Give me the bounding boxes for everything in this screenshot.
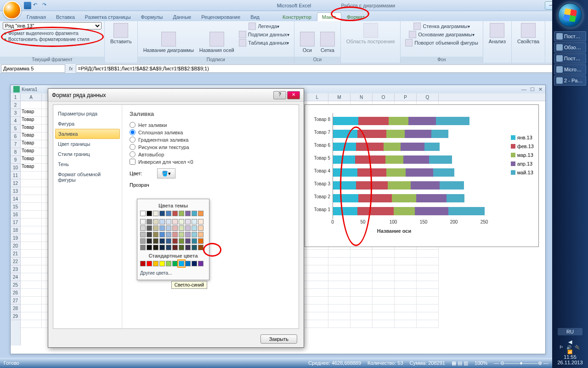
bar-segment[interactable] — [333, 194, 358, 202]
dialog-nav-item[interactable]: Заливка — [55, 129, 120, 139]
chart-object[interactable]: Товар 8Товар 7Товар 6Товар 5Товар 4Товар… — [305, 104, 539, 247]
color-swatch[interactable] — [147, 225, 152, 231]
bar-segment[interactable] — [448, 207, 485, 215]
color-swatch[interactable] — [166, 225, 171, 231]
color-swatch[interactable] — [192, 225, 197, 231]
color-swatch[interactable] — [140, 232, 146, 237]
color-swatch[interactable] — [140, 219, 146, 224]
bar-segment[interactable] — [357, 168, 386, 177]
color-swatch[interactable] — [166, 238, 171, 244]
bar-segment[interactable] — [358, 117, 389, 125]
color-swatch[interactable] — [147, 238, 152, 244]
bar-segment[interactable] — [357, 207, 394, 215]
dialog-nav-item[interactable]: Тень — [53, 159, 122, 169]
color-swatch[interactable] — [192, 245, 197, 250]
tab-review[interactable]: Рецензирование — [197, 13, 245, 21]
bar-segment[interactable] — [333, 207, 357, 215]
taskbar-item[interactable]: Пост… — [554, 53, 586, 63]
color-swatch[interactable] — [172, 225, 178, 231]
color-swatch[interactable] — [185, 225, 191, 231]
color-swatch[interactable] — [179, 232, 184, 237]
color-swatch[interactable] — [185, 245, 191, 250]
bar-segment[interactable] — [356, 181, 388, 190]
bar-segment[interactable] — [394, 207, 415, 215]
color-swatch[interactable] — [172, 238, 178, 244]
bar-segment[interactable] — [389, 117, 408, 125]
format-selection-button[interactable]: Формат выделенного фрагмента — [3, 30, 102, 36]
doc-minimize[interactable]: — — [521, 86, 526, 92]
bar-segment[interactable] — [386, 168, 406, 177]
view-buttons[interactable]: ▦ ▤ ▥ — [452, 360, 468, 366]
color-swatch[interactable] — [172, 245, 178, 250]
office-button[interactable] — [3, 1, 21, 19]
x-axis-title[interactable]: Название оси — [305, 228, 483, 234]
color-swatch[interactable] — [153, 261, 158, 266]
bar-segment[interactable] — [356, 143, 383, 151]
color-swatch[interactable] — [159, 219, 165, 224]
start-button[interactable] — [558, 3, 582, 28]
fill-radio[interactable]: Нет заливки — [130, 122, 291, 128]
bar-segment[interactable] — [433, 168, 454, 177]
tab-design[interactable]: Конструктор — [278, 13, 316, 21]
bar-segment[interactable] — [436, 117, 469, 125]
bar-segment[interactable] — [386, 130, 405, 138]
plot-area[interactable]: Товар 8Товар 7Товар 6Товар 5Товар 4Товар… — [333, 113, 484, 219]
bar-segment[interactable] — [416, 194, 447, 202]
color-dropdown-button[interactable]: 🪣 ▾ — [157, 168, 175, 178]
analysis-button[interactable]: Анализ — [486, 22, 509, 45]
color-swatch[interactable] — [179, 219, 184, 224]
color-swatch[interactable] — [159, 261, 165, 266]
color-swatch[interactable] — [179, 211, 184, 216]
taskbar-item[interactable]: Micro… — [554, 64, 586, 75]
fx-icon[interactable]: fx — [66, 66, 76, 71]
color-swatch[interactable] — [147, 245, 152, 250]
formula-input[interactable] — [76, 64, 588, 73]
bar-segment[interactable] — [333, 130, 357, 138]
color-swatch[interactable] — [153, 238, 158, 244]
bar-segment[interactable] — [447, 194, 465, 202]
zoom-slider[interactable]: — ⊖———●———⊕ — — [494, 360, 548, 366]
save-icon[interactable] — [24, 2, 31, 9]
3d-rotation-button[interactable]: Поворот объемной фигуры — [403, 39, 480, 47]
legend-item[interactable]: мар.13 — [511, 151, 534, 159]
bar-segment[interactable] — [355, 155, 385, 164]
color-swatch[interactable] — [198, 261, 204, 266]
color-swatch[interactable] — [198, 211, 204, 216]
color-swatch[interactable] — [159, 238, 165, 244]
color-swatch[interactable] — [159, 211, 165, 216]
bar-segment[interactable] — [333, 117, 358, 125]
color-swatch[interactable] — [153, 232, 158, 237]
doc-maximize[interactable]: ☐ — [530, 86, 535, 92]
chart-title-button[interactable]: Название диаграммы — [141, 22, 197, 62]
close-button[interactable]: Закрыть — [260, 334, 297, 344]
bar-segment[interactable] — [440, 181, 464, 190]
color-swatch[interactable] — [192, 238, 197, 244]
dialog-nav-item[interactable]: Параметры ряда — [53, 109, 122, 119]
dialog-nav-item[interactable]: Стили границ — [53, 149, 122, 159]
bar-segment[interactable] — [385, 155, 404, 164]
signal-icon[interactable]: 📶 — [553, 350, 587, 354]
tab-page-layout[interactable]: Разметка страницы — [80, 13, 136, 21]
dialog-titlebar[interactable]: Формат ряда данных ? ✕ — [48, 89, 304, 102]
taskbar-item[interactable]: Пост… — [554, 31, 586, 41]
color-swatch[interactable] — [172, 219, 178, 224]
color-swatch[interactable] — [198, 238, 204, 244]
legend[interactable]: янв.13фев.13мар.13апр.13май.13 — [511, 132, 534, 178]
dialog-nav-item[interactable]: Фигура — [53, 119, 122, 129]
bar-segment[interactable] — [403, 155, 429, 164]
color-swatch[interactable] — [179, 261, 184, 266]
zoom-level[interactable]: 100% — [475, 360, 487, 366]
color-swatch[interactable] — [159, 225, 165, 231]
color-swatch[interactable] — [147, 232, 152, 237]
axes-button[interactable]: Оси — [297, 22, 317, 62]
insert-button[interactable]: Вставить — [107, 22, 135, 45]
color-swatch[interactable] — [192, 219, 197, 224]
row-headers[interactable]: 1234567891011121314151617181920212223242… — [11, 93, 21, 345]
color-swatch[interactable] — [159, 245, 165, 250]
tab-insert[interactable]: Вставка — [51, 13, 79, 21]
color-swatch[interactable] — [153, 211, 158, 216]
fill-radio[interactable]: Градиентная заливка — [130, 137, 291, 143]
color-swatch[interactable] — [179, 245, 184, 250]
bar-segment[interactable] — [401, 143, 425, 151]
color-swatch[interactable] — [179, 238, 184, 244]
